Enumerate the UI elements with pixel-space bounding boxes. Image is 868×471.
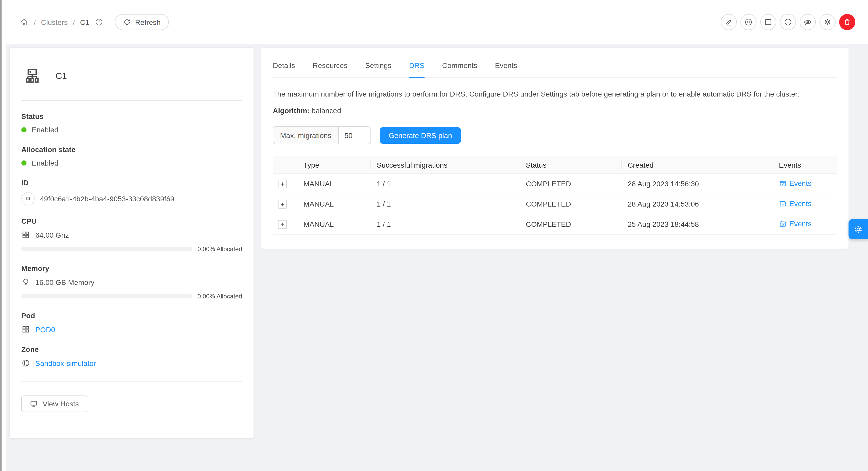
- tab-events[interactable]: Events: [495, 61, 517, 77]
- row-type: MANUAL: [297, 220, 370, 229]
- edit-button[interactable]: [720, 14, 737, 30]
- algorithm-value: balanced: [311, 107, 341, 115]
- refresh-label: Refresh: [135, 18, 160, 26]
- memory-allocated-label: 0.00% Allocated: [197, 293, 242, 300]
- section-label: Allocation state: [21, 145, 242, 154]
- section-label: Memory: [21, 264, 242, 272]
- breadcrumb-separator: /: [34, 18, 36, 26]
- table-row: + MANUAL 1 / 1 COMPLETED 25 Aug 2023 18:…: [273, 214, 837, 235]
- row-created: 25 Aug 2023 18:44:58: [621, 220, 773, 229]
- column-type: Type: [297, 161, 370, 169]
- view-hosts-label: View Hosts: [42, 400, 79, 408]
- status-value: Enabled: [32, 126, 58, 134]
- table-header: Type Successful migrations Status Create…: [273, 157, 837, 174]
- home-icon[interactable]: [20, 18, 29, 27]
- barcode-icon: [21, 192, 35, 205]
- expand-row-button[interactable]: +: [278, 220, 287, 229]
- generate-drs-plan-button[interactable]: Generate DRS plan: [380, 127, 461, 144]
- expand-row-button[interactable]: +: [278, 200, 287, 209]
- section-label: Pod: [21, 311, 242, 320]
- calendar-check-icon: [779, 200, 787, 207]
- refresh-button[interactable]: Refresh: [115, 14, 169, 30]
- cluster-icon: [22, 66, 42, 86]
- drs-plans-table: Type Successful migrations Status Create…: [273, 157, 837, 235]
- tab-drs[interactable]: DRS: [409, 61, 425, 77]
- reload-icon: [123, 18, 131, 26]
- eye-invisible-icon: [803, 18, 812, 27]
- row-successful-migrations: 1 / 1: [370, 200, 520, 208]
- gear-icon: [853, 224, 863, 234]
- row-type: MANUAL: [297, 200, 370, 208]
- minus-circle-icon: [783, 18, 792, 27]
- section-zone: Zone Sandbox-simulator: [21, 345, 242, 367]
- pod-link[interactable]: POD0: [35, 325, 55, 333]
- divider: [21, 100, 242, 101]
- tab-resources[interactable]: Resources: [313, 61, 348, 77]
- cpu-progress: 0.00% Allocated: [21, 245, 242, 253]
- breadcrumb-current: C1: [80, 18, 89, 26]
- section-label: Zone: [21, 345, 242, 354]
- zone-link[interactable]: Sandbox-simulator: [35, 359, 96, 367]
- drs-controls: Max. migrations Generate DRS plan: [273, 126, 837, 144]
- appstore-icon: [21, 325, 30, 334]
- events-label: Events: [789, 199, 812, 208]
- details-card: Details Resources Settings DRS Comments …: [261, 48, 848, 248]
- divider: [21, 381, 242, 382]
- column-events: Events: [773, 161, 837, 169]
- view-hosts-button[interactable]: View Hosts: [21, 396, 87, 412]
- tab-comments[interactable]: Comments: [442, 61, 477, 77]
- breadcrumb: / Clusters / C1 ? Refresh: [20, 14, 169, 30]
- delete-icon: [842, 18, 851, 27]
- column-status: Status: [520, 161, 621, 169]
- row-events-link[interactable]: Events: [779, 199, 812, 208]
- project-settings-button[interactable]: [848, 219, 868, 239]
- eye-invisible-button[interactable]: [799, 14, 815, 30]
- section-id: ID 49f0c6a1-4b2b-4ba4-9053-33c08d839f69: [21, 178, 242, 205]
- section-cpu: CPU 64.00 Ghz 0.00% Allocated: [21, 217, 242, 253]
- memory-progress: 0.00% Allocated: [21, 293, 242, 300]
- pause-circle-icon: [744, 18, 753, 27]
- table-row: + MANUAL 1 / 1 COMPLETED 28 Aug 2023 14:…: [273, 174, 837, 194]
- edit-icon: [724, 18, 733, 27]
- settings-button[interactable]: [819, 14, 835, 30]
- row-status: COMPLETED: [520, 180, 621, 188]
- collapsed-sidebar: [2, 0, 6, 471]
- cluster-details-page: / Clusters / C1 ? Refresh: [0, 0, 868, 471]
- breadcrumb-separator: /: [73, 18, 75, 26]
- section-pod: Pod POD0: [21, 311, 242, 334]
- header-actions: [720, 14, 855, 30]
- algorithm-label: Algorithm:: [273, 107, 310, 115]
- memory-value: 16.00 GB Memory: [35, 278, 94, 286]
- calendar-check-icon: [779, 179, 787, 187]
- svg-text:?: ?: [98, 20, 100, 24]
- row-events-link[interactable]: Events: [779, 179, 812, 188]
- pause-circle-button[interactable]: [740, 14, 756, 30]
- status-dot: [21, 127, 27, 132]
- delete-button[interactable]: [839, 14, 855, 30]
- cpu-allocated-label: 0.00% Allocated: [197, 245, 242, 253]
- cpu-value: 64.00 Ghz: [35, 231, 69, 239]
- resource-title: C1: [56, 71, 67, 81]
- section-memory: Memory 16.00 GB Memory 0.00% Allocated: [21, 264, 242, 300]
- tab-settings[interactable]: Settings: [365, 61, 391, 77]
- tab-details[interactable]: Details: [273, 61, 295, 77]
- resource-info-card: C1 Status Enabled Allocation state Enabl…: [10, 48, 254, 438]
- globe-icon: [21, 359, 30, 367]
- calendar-check-icon: [779, 220, 787, 228]
- appstore-icon: [21, 230, 30, 239]
- row-successful-migrations: 1 / 1: [370, 180, 520, 188]
- section-label: ID: [21, 178, 242, 187]
- max-migrations-input[interactable]: [339, 127, 370, 144]
- minus-circle-button[interactable]: [780, 14, 796, 30]
- gear-icon: [823, 18, 832, 27]
- minus-square-button[interactable]: [760, 14, 776, 30]
- section-status: Status Enabled: [21, 112, 242, 134]
- header: / Clusters / C1 ? Refresh: [2, 0, 868, 44]
- question-circle-icon[interactable]: ?: [95, 18, 103, 27]
- bulb-icon: [21, 278, 30, 287]
- row-events-link[interactable]: Events: [779, 220, 812, 228]
- drs-description: The maximum number of live migrations to…: [273, 89, 837, 99]
- events-label: Events: [789, 179, 812, 188]
- breadcrumb-clusters[interactable]: Clusters: [41, 18, 68, 26]
- expand-row-button[interactable]: +: [278, 179, 287, 189]
